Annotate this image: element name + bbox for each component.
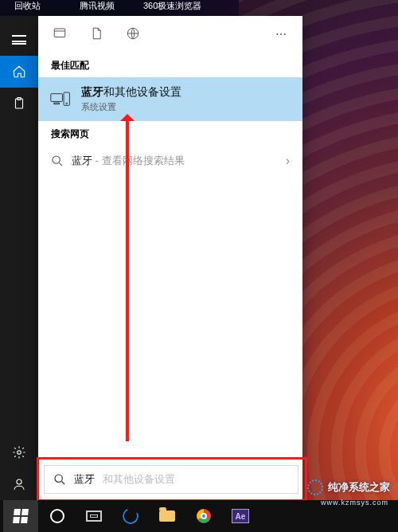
chrome-button[interactable] xyxy=(186,500,221,532)
best-match-title: 蓝牙和其他设备设置 xyxy=(81,85,181,100)
aftereffects-icon: Ae xyxy=(232,509,249,523)
clipboard-button[interactable] xyxy=(0,88,38,119)
svg-point-10 xyxy=(53,156,60,163)
web-search-label: 搜索网页 xyxy=(38,121,302,146)
edge-icon xyxy=(120,506,141,526)
search-typed-text: 蓝牙 xyxy=(74,472,95,487)
filter-web-icon[interactable] xyxy=(126,26,142,42)
clipboard-icon xyxy=(12,96,26,111)
taskbar: Ae xyxy=(0,500,398,532)
web-result-item[interactable]: 蓝牙 - 查看网络搜索结果 › xyxy=(38,146,302,176)
cortana-button[interactable] xyxy=(40,500,75,532)
start-left-rail xyxy=(0,16,38,500)
chevron-right-icon: › xyxy=(286,154,290,168)
desktop-icon-tencent[interactable]: 腾讯视频 xyxy=(73,0,121,16)
search-icon xyxy=(53,473,66,486)
filter-apps-icon[interactable] xyxy=(53,26,68,42)
svg-rect-8 xyxy=(64,92,69,105)
taskview-icon xyxy=(86,510,102,522)
folder-icon xyxy=(159,510,175,522)
svg-point-9 xyxy=(66,103,68,104)
svg-point-11 xyxy=(55,475,62,482)
home-button[interactable] xyxy=(0,56,38,88)
home-icon xyxy=(12,65,26,79)
devices-settings-icon xyxy=(49,88,72,111)
search-box[interactable]: 蓝牙和其他设备设置 xyxy=(44,465,298,494)
user-icon xyxy=(12,477,26,491)
svg-point-3 xyxy=(17,479,21,484)
aftereffects-button[interactable]: Ae xyxy=(223,500,258,532)
start-button[interactable] xyxy=(3,500,38,532)
best-match-result[interactable]: 蓝牙和其他设备设置 系统设置 xyxy=(38,77,302,121)
cortana-icon xyxy=(50,509,64,523)
svg-rect-6 xyxy=(51,93,63,101)
filter-more-button[interactable]: ⋯ xyxy=(275,28,288,41)
search-ghost-text: 和其他设备设置 xyxy=(103,472,175,487)
best-match-label: 最佳匹配 xyxy=(38,53,302,77)
desktop-icons-row: 回收站 腾讯视频 360极速浏览器 xyxy=(0,0,398,16)
profile-button[interactable] xyxy=(0,468,38,500)
search-results-panel: ⋯ 最佳匹配 蓝牙和其他设备设置 系统设置 搜索网页 蓝牙 - 查看网络搜索结果… xyxy=(38,16,302,500)
desktop-icon-recycle[interactable]: 回收站 xyxy=(3,0,51,16)
search-icon xyxy=(51,155,64,167)
filter-documents-icon[interactable] xyxy=(89,26,105,42)
edge-button[interactable] xyxy=(113,500,148,532)
desktop-icon-360[interactable]: 360极速浏览器 xyxy=(143,0,191,16)
filter-row: ⋯ xyxy=(38,16,302,53)
taskview-button[interactable] xyxy=(76,500,111,532)
best-match-subtitle: 系统设置 xyxy=(81,101,181,113)
svg-rect-7 xyxy=(54,103,60,104)
windows-logo-icon xyxy=(13,509,29,523)
hamburger-icon xyxy=(12,35,26,45)
hamburger-button[interactable] xyxy=(0,24,38,56)
chrome-icon xyxy=(197,509,211,523)
svg-point-2 xyxy=(18,451,21,455)
web-result-text: 蓝牙 - 查看网络搜索结果 xyxy=(72,154,185,168)
svg-rect-4 xyxy=(54,29,65,37)
settings-button[interactable] xyxy=(0,436,38,468)
gear-icon xyxy=(12,445,26,460)
explorer-button[interactable] xyxy=(150,500,185,532)
